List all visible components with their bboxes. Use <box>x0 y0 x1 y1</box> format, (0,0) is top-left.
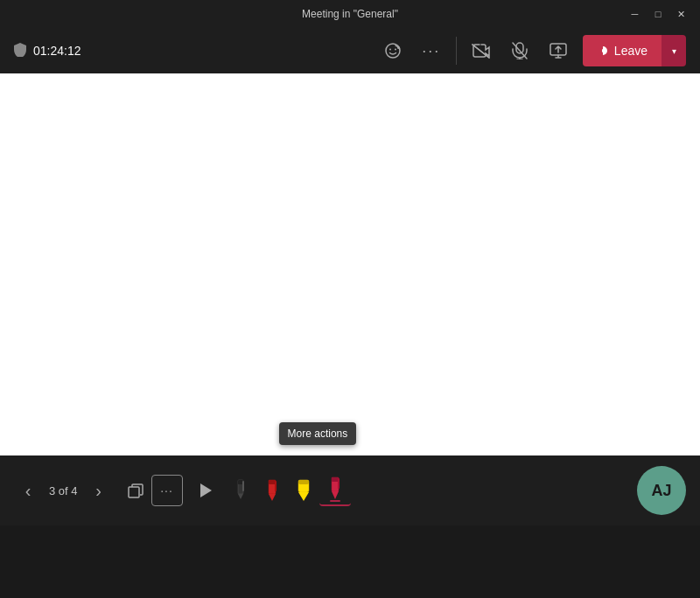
duplicate-button[interactable] <box>120 475 151 506</box>
svg-point-0 <box>386 44 400 58</box>
black-pen-tool[interactable] <box>225 475 256 506</box>
prev-page-button[interactable]: ‹ <box>14 476 42 504</box>
video-toggle-button[interactable] <box>464 33 499 68</box>
toolbar-left: 01:24:12 <box>14 43 368 59</box>
svg-rect-16 <box>269 480 276 484</box>
user-avatar[interactable]: AJ <box>637 466 686 515</box>
play-button[interactable] <box>190 475 221 506</box>
svg-rect-25 <box>338 478 340 489</box>
share-screen-button[interactable] <box>541 33 576 68</box>
svg-marker-13 <box>238 494 243 499</box>
minimize-button[interactable]: ─ <box>623 2 647 26</box>
emoji-button[interactable] <box>375 33 410 68</box>
leave-dropdown-button[interactable]: ▾ <box>662 35 686 66</box>
svg-rect-26 <box>330 500 340 502</box>
bottom-bar: ‹ 3 of 4 › ··· More actions <box>0 455 700 525</box>
page-indicator: 3 of 4 <box>49 484 78 497</box>
shield-icon <box>14 43 26 59</box>
more-options-button[interactable]: ··· <box>414 33 449 68</box>
close-button[interactable]: ✕ <box>669 2 693 26</box>
more-actions-button[interactable]: ··· <box>151 475 183 506</box>
svg-point-2 <box>395 49 396 51</box>
svg-marker-24 <box>332 491 339 499</box>
red-marker-tool[interactable] <box>256 475 288 506</box>
title-bar: Meeting in "General" ─ □ ✕ <box>0 0 700 28</box>
svg-line-4 <box>472 45 489 58</box>
svg-rect-18 <box>275 481 276 491</box>
toolbar-divider <box>456 37 457 65</box>
title-bar-controls: ─ □ ✕ <box>623 2 693 26</box>
svg-point-1 <box>389 49 391 51</box>
mic-toggle-button[interactable] <box>502 33 537 68</box>
svg-marker-17 <box>269 494 276 501</box>
svg-rect-14 <box>242 481 244 491</box>
presentation-content <box>0 73 700 455</box>
svg-marker-21 <box>298 492 309 501</box>
toolbar-right: Leave ▾ <box>583 35 686 66</box>
toolbar: 01:24:12 ··· <box>0 28 700 73</box>
pink-marker-tool[interactable] <box>319 475 351 506</box>
more-actions-wrapper: ··· More actions <box>151 475 183 506</box>
next-page-button[interactable]: › <box>85 476 113 504</box>
svg-rect-10 <box>129 487 139 497</box>
leave-button-group: Leave ▾ <box>583 35 686 66</box>
svg-point-3 <box>397 46 400 49</box>
toolbar-center: ··· <box>375 33 576 68</box>
yellow-highlighter-tool[interactable] <box>288 475 319 506</box>
maximize-button[interactable]: □ <box>647 2 670 26</box>
title-bar-title: Meeting in "General" <box>77 8 623 20</box>
svg-rect-23 <box>332 477 339 482</box>
leave-button[interactable]: Leave <box>583 35 662 66</box>
svg-rect-20 <box>298 480 309 484</box>
meeting-timer: 01:24:12 <box>33 44 81 58</box>
